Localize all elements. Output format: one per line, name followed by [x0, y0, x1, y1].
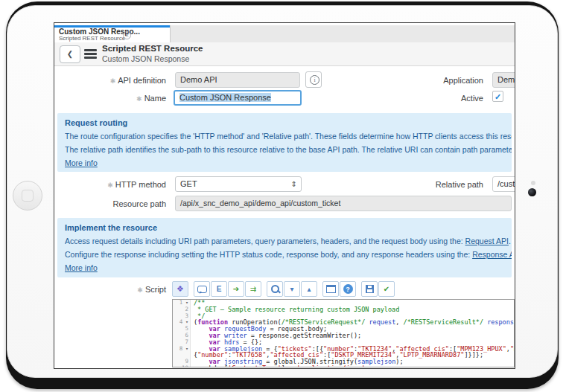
save-button[interactable] [361, 281, 378, 297]
name-label: ✱Name [54, 94, 166, 103]
name-field[interactable]: Custom JSON Response [174, 90, 302, 106]
search-icon [271, 285, 279, 293]
format-code-button[interactable]: E [211, 281, 227, 297]
response-api-link[interactable]: Response API [472, 250, 512, 259]
fold-arrow-icon[interactable]: ▾ [182, 346, 188, 352]
info-icon: i [310, 75, 319, 85]
request-api-link[interactable]: Request API [465, 237, 509, 245]
request-routing-line1: The route configuration specifies the 'H… [65, 132, 512, 141]
tab-strip: Custom JSON Respo... Scripted REST Resou… [54, 25, 515, 43]
syntax-editor-toggle-icon: ❖ [177, 285, 184, 293]
request-routing-more-info: More info [65, 158, 512, 167]
script-code-editor[interactable]: 1 ▾/**2 * GET — Sample resource returnin… [172, 299, 515, 367]
select-stepper-icon: ⇕ [291, 177, 297, 191]
record-title: Scripted REST Resource [102, 44, 203, 53]
implement-more-info: More info [65, 263, 512, 272]
resource-path-field[interactable]: /api/x_snc_demo_api/demo_api/custom_tick… [175, 196, 512, 211]
code-text: hdrs['Content-Type'] = 'application/json… [191, 365, 369, 367]
http-method-label: ✱HTTP method [54, 180, 166, 189]
find-previous-button[interactable]: ▴ [301, 281, 317, 297]
line-number-gutter[interactable]: 8 ▾ [173, 346, 191, 353]
home-button-square-icon [22, 190, 34, 202]
application-field[interactable]: Demo API [492, 72, 515, 88]
http-method-select[interactable]: GET⇕ [175, 176, 302, 192]
script-editor-toolbar: ❖E➔⇉▾▴?✔ [172, 280, 395, 298]
screen: Custom JSON Respo... Scripted REST Resou… [54, 22, 515, 369]
relative-path-field[interactable]: /custom_ticket [492, 176, 515, 192]
format-code-icon: E [217, 286, 222, 293]
replace-icon: ➔ [233, 286, 239, 293]
implement-line2: Configure the response including setting… [65, 250, 512, 259]
mandatory-icon: ✱ [110, 77, 116, 85]
front-camera-icon [528, 188, 536, 196]
active-checkbox[interactable]: ✓ [492, 91, 503, 102]
code-text: * GET — Sample resource returning custom… [191, 306, 399, 313]
selected-text: Custom JSON Response [179, 93, 271, 102]
save-icon [366, 285, 374, 293]
pop-out-button[interactable] [322, 281, 339, 297]
pop-out-icon [326, 285, 336, 293]
relative-path-label: Relative path [394, 180, 483, 189]
implement-note: Implement the resource Access request de… [57, 218, 512, 277]
home-button[interactable] [13, 181, 42, 211]
fold-arrow-icon[interactable]: ▾ [182, 319, 188, 325]
more-info-link[interactable]: More info [65, 263, 98, 272]
toggle-comment-button[interactable] [194, 281, 210, 297]
tab-close-icon[interactable]: ✕ [123, 31, 131, 39]
request-routing-title: Request routing [65, 118, 127, 127]
record-subtitle: Custom JSON Response [102, 54, 189, 63]
tab-custom-json-response[interactable]: Custom JSON Respo... Scripted REST Resou… [54, 25, 171, 42]
code-line: 2 * GET — Sample resource returning cust… [173, 306, 514, 313]
replace-button[interactable]: ➔ [228, 281, 244, 297]
replace-all-icon: ⇉ [250, 286, 256, 293]
fold-arrow-icon[interactable]: ▾ [182, 300, 188, 306]
mandatory-icon: ✱ [137, 286, 143, 294]
back-button[interactable]: ❮ [60, 45, 80, 63]
toggle-comment-icon [197, 286, 207, 293]
replace-all-button[interactable]: ⇉ [245, 281, 261, 297]
record-header: ❮ Scripted REST Resource Custom JSON Res… [54, 42, 515, 66]
syntax-editor-toggle-button[interactable]: ❖ [172, 281, 188, 297]
application-label: Application [394, 76, 483, 85]
request-routing-line2: The relative path identifies the sub-pat… [65, 145, 512, 154]
more-info-link[interactable]: More info [65, 158, 98, 167]
implement-title: Implement the resource [65, 223, 157, 232]
find-next-icon: ▾ [290, 286, 293, 293]
implement-line1: Access request details including URI pat… [65, 237, 512, 245]
request-routing-note: Request routing The route configuration … [57, 113, 512, 172]
api-definition-field[interactable]: Demo API [175, 72, 300, 88]
api-definition-info-button[interactable]: i [305, 71, 322, 88]
api-definition-label: ✱API definition [54, 76, 166, 85]
mandatory-icon: ✱ [136, 95, 142, 103]
resource-path-label: Resource path [54, 199, 166, 208]
mandatory-icon: ✱ [107, 181, 113, 189]
line-number-gutter[interactable]: 10 [173, 365, 191, 367]
find-next-button[interactable]: ▾ [284, 281, 300, 297]
script-label: ✱Script [54, 285, 166, 294]
ambient-sensor-icon [531, 181, 535, 185]
active-label: Active [394, 94, 483, 103]
find-previous-icon: ▴ [307, 286, 311, 293]
code-line: 10 hdrs['Content-Type'] = 'application/j… [173, 365, 514, 367]
syntax-check-icon: ✔ [384, 286, 389, 293]
tab-subtitle: Scripted REST Resource [59, 35, 125, 42]
context-menu-icon[interactable] [84, 49, 97, 59]
search-button[interactable] [267, 281, 283, 297]
syntax-check-button[interactable]: ✔ [378, 281, 395, 297]
help-button[interactable]: ? [340, 281, 356, 297]
help-icon: ? [343, 284, 353, 294]
